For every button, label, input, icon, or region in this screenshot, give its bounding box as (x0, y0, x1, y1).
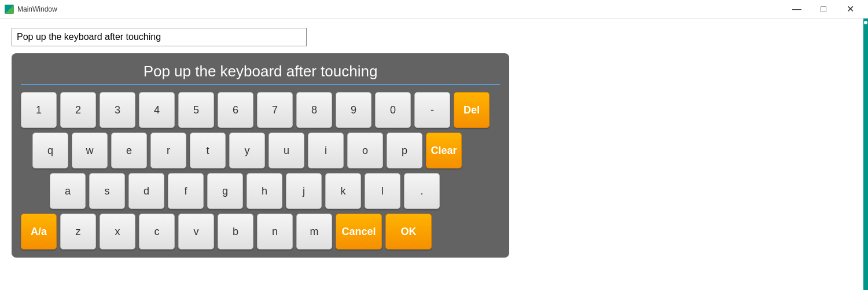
key-k[interactable]: k (325, 173, 361, 209)
main-content: Pop up the keyboard after touching 1 2 3… (0, 19, 868, 290)
key-6[interactable]: 6 (218, 92, 253, 128)
key-i[interactable]: i (308, 133, 344, 168)
key-w[interactable]: w (72, 133, 108, 168)
key-n[interactable]: n (257, 214, 293, 249)
clear-button[interactable]: Clear (426, 133, 462, 168)
key-1[interactable]: 1 (21, 92, 57, 128)
shift-button[interactable]: A/a (21, 214, 57, 249)
text-input[interactable] (12, 28, 307, 46)
del-button[interactable]: Del (454, 92, 490, 128)
key-u[interactable]: u (269, 133, 304, 168)
window-controls: — □ ✕ (784, 0, 863, 19)
number-row: 1 2 3 4 5 6 7 8 9 0 - Del (21, 92, 500, 128)
right-strip (863, 19, 868, 290)
key-period[interactable]: . (404, 173, 440, 209)
bottom-row: A/a z x c v b n m Cancel OK (21, 214, 500, 249)
app-icon (5, 5, 14, 14)
key-0[interactable]: 0 (375, 92, 411, 128)
key-j[interactable]: j (286, 173, 322, 209)
key-5[interactable]: 5 (178, 92, 214, 128)
key-m[interactable]: m (296, 214, 332, 249)
key-r[interactable]: r (150, 133, 186, 168)
key-l[interactable]: l (365, 173, 400, 209)
key-minus[interactable]: - (414, 92, 450, 128)
key-s[interactable]: s (89, 173, 125, 209)
keyboard-display: Pop up the keyboard after touching (21, 59, 500, 85)
restore-button[interactable]: □ (810, 0, 837, 19)
key-z[interactable]: z (60, 214, 96, 249)
key-y[interactable]: y (229, 133, 265, 168)
key-b[interactable]: b (218, 214, 253, 249)
window-title: MainWindow (17, 5, 784, 13)
key-q[interactable]: q (32, 133, 68, 168)
key-g[interactable]: g (207, 173, 243, 209)
close-button[interactable]: ✕ (837, 0, 863, 19)
minimize-button[interactable]: — (784, 0, 810, 19)
key-2[interactable]: 2 (60, 92, 96, 128)
key-3[interactable]: 3 (100, 92, 135, 128)
cancel-button[interactable]: Cancel (336, 214, 382, 249)
key-h[interactable]: h (247, 173, 282, 209)
key-9[interactable]: 9 (336, 92, 372, 128)
key-e[interactable]: e (111, 133, 147, 168)
key-c[interactable]: c (139, 214, 175, 249)
key-7[interactable]: 7 (257, 92, 293, 128)
key-a[interactable]: a (50, 173, 86, 209)
key-d[interactable]: d (128, 173, 164, 209)
key-t[interactable]: t (190, 133, 226, 168)
key-f[interactable]: f (168, 173, 204, 209)
key-o[interactable]: o (347, 133, 383, 168)
key-8[interactable]: 8 (296, 92, 332, 128)
key-x[interactable]: x (100, 214, 135, 249)
key-p[interactable]: p (387, 133, 422, 168)
key-v[interactable]: v (178, 214, 214, 249)
ok-button[interactable]: OK (385, 214, 432, 249)
title-bar: MainWindow — □ ✕ (0, 0, 868, 19)
asdf-row: a s d f g h j k l . (21, 173, 500, 209)
keyboard-container: Pop up the keyboard after touching 1 2 3… (12, 53, 509, 258)
key-4[interactable]: 4 (139, 92, 175, 128)
qwerty-row: q w e r t y u i o p Clear (21, 133, 500, 168)
